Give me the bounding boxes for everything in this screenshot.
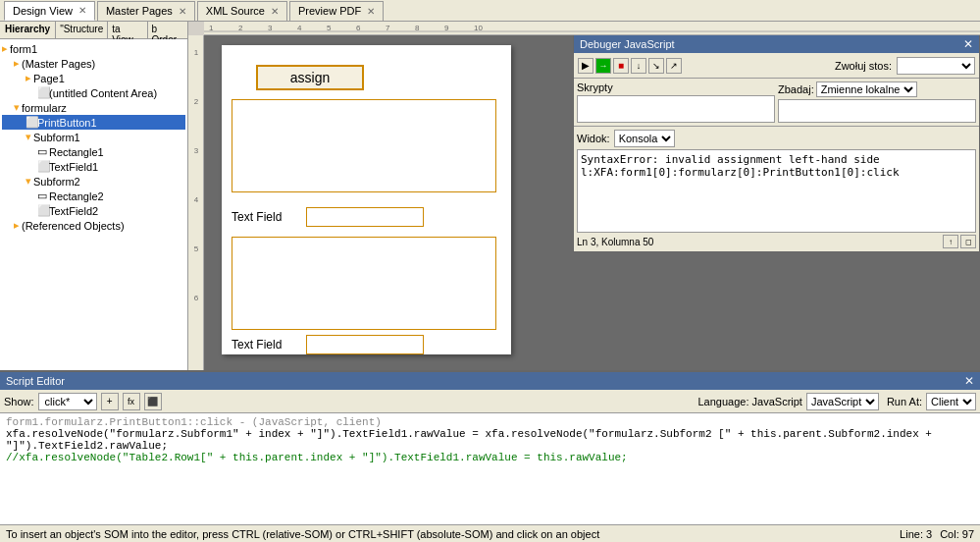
folder-icon-4: ▾ (14, 101, 20, 114)
svg-text:4: 4 (297, 24, 302, 32)
tree-label-rectangle2: Rectangle2 (49, 190, 104, 202)
tree-item-master-pages[interactable]: ▸ (Master Pages) (2, 56, 185, 71)
script-editor-panel: Script Editor ✕ Show: click* + fx ⬛ Lang… (0, 370, 980, 542)
console-view-select[interactable]: Konsola (614, 130, 675, 147)
folder-icon-3: ▸ (26, 72, 31, 84)
debug-into-btn[interactable]: ↓ (631, 58, 646, 74)
script-insert-btn[interactable]: ⬛ (144, 393, 162, 410)
tab-master-pages[interactable]: Master Pages ✕ (97, 1, 195, 21)
code-line-1: form1.formularz.PrintButton1::click - (J… (6, 416, 974, 428)
svg-text:2: 2 (194, 97, 199, 106)
ruler-svg: 1 2 3 4 5 6 7 8 9 10 (204, 22, 980, 35)
tab-design-view-label: Design View (13, 5, 73, 17)
console-icon-btn-1[interactable]: ↑ (943, 235, 958, 248)
panel-tab-hierarchy[interactable]: Hierarchy (0, 22, 56, 38)
tree-item-rectangle2[interactable]: ▭ Rectangle2 (2, 189, 185, 203)
tree-item-rectangle1[interactable]: ▭ Rectangle1 (2, 144, 185, 159)
watch-select[interactable]: Zmienne lokalne (816, 81, 917, 97)
assign-button[interactable]: assign (256, 65, 364, 90)
watch-label-row: Zbadaj: Zmienne lokalne (778, 81, 976, 97)
tree-item-page1[interactable]: ▸ Page1 (2, 71, 185, 85)
text-field-1-label: Text Field (232, 210, 300, 224)
script-add-btn[interactable]: + (101, 393, 119, 410)
tab-master-pages-label: Master Pages (106, 5, 173, 17)
watch-textarea[interactable] (778, 99, 976, 123)
language-select[interactable]: JavaScript (806, 393, 879, 410)
item-icon-5: ▭ (37, 190, 47, 202)
text-field-row-2: Text Field (232, 335, 424, 354)
folder-icon-5: ▾ (26, 131, 31, 143)
tree-item-form1[interactable]: ▸ form1 (2, 41, 185, 56)
tab-design-view[interactable]: Design View ✕ (4, 1, 95, 21)
svg-text:7: 7 (386, 24, 390, 32)
tab-preview-pdf-close[interactable]: ✕ (367, 6, 375, 17)
debugger-body: Skrypty Zbadaj: Zmienne lokalne (574, 79, 979, 127)
panel-tabs: Hierarchy "Structure ta View b Order (0, 22, 187, 39)
tree-label-master-pages: (Master Pages) (22, 58, 95, 70)
debugger-close-btn[interactable]: ✕ (963, 38, 973, 50)
svg-text:5: 5 (194, 244, 199, 253)
h-ruler: 1 2 3 4 5 6 7 8 9 10 (204, 22, 980, 35)
debug-play-btn[interactable]: ▶ (578, 58, 593, 74)
script-code-area: form1.formularz.PrintButton1::click - (J… (0, 413, 980, 524)
script-editor-close-btn[interactable]: ✕ (964, 374, 974, 388)
v-ruler: 1 2 3 4 5 6 (188, 35, 204, 370)
svg-text:10: 10 (474, 24, 483, 32)
script-fx-btn[interactable]: fx (123, 393, 140, 410)
item-icon-2: ⬜ (26, 116, 35, 129)
scripts-textarea[interactable] (577, 95, 775, 123)
item-icon-3: ▭ (37, 145, 47, 158)
call-stack-select[interactable] (897, 57, 975, 75)
tab-design-view-close[interactable]: ✕ (78, 5, 86, 16)
text-field-1-input[interactable] (306, 207, 424, 227)
tree-item-content-area[interactable]: ⬜ (untitled Content Area) (2, 85, 185, 100)
debug-stop-btn[interactable]: ■ (613, 58, 629, 74)
show-select[interactable]: click* (38, 393, 97, 410)
debugger-title-bar: Debuger JavaScript ✕ (574, 35, 979, 53)
tab-xml-source-close[interactable]: ✕ (271, 6, 279, 17)
script-statusbar: To insert an object's SOM into the edito… (0, 524, 980, 542)
tree-item-subform2[interactable]: ▾ Subform2 (2, 174, 185, 189)
panel-tab-ta-view[interactable]: ta View (108, 22, 147, 38)
tree-label-subform1: Subform1 (33, 132, 80, 143)
debug-out-btn[interactable]: ↗ (666, 58, 682, 74)
tree-label-form1: form1 (10, 43, 37, 55)
panel-tab-structure[interactable]: "Structure (56, 22, 108, 38)
tree-item-textfield1[interactable]: ⬜ TextField1 (2, 159, 185, 174)
item-icon-6: ⬜ (37, 204, 47, 217)
code-line-2: xfa.resolveNode("formularz.Subform1" + i… (6, 428, 974, 452)
tab-xml-source[interactable]: XML Source ✕ (197, 1, 287, 21)
tree-item-subform1[interactable]: ▾ Subform1 (2, 130, 185, 144)
hierarchy-tree: ▸ form1 ▸ (Master Pages) ▸ Page1 ⬜ (unti… (0, 39, 187, 370)
tree-label-content-area: (untitled Content Area) (49, 87, 157, 99)
debugger-panel: Debuger JavaScript ✕ ▶ → ■ ↓ ↘ ↗ Zwołuj … (573, 35, 980, 252)
assign-button-label: assign (290, 70, 330, 85)
script-col-info: Col: 97 (940, 528, 974, 540)
svg-text:6: 6 (194, 294, 199, 302)
script-editor-title-bar: Script Editor ✕ (0, 372, 980, 390)
panel-tab-order[interactable]: b Order (148, 22, 187, 38)
tree-item-referenced[interactable]: ▸ (Referenced Objects) (2, 218, 185, 233)
tree-item-formularz[interactable]: ▾ formularz (2, 100, 185, 115)
tree-item-textfield2[interactable]: ⬜ TextField2 (2, 203, 185, 218)
text-field-2-input[interactable] (306, 335, 424, 354)
tab-preview-pdf[interactable]: Preview PDF ✕ (289, 1, 384, 21)
top-form-box (232, 99, 496, 192)
console-icon-btn-2[interactable]: ◻ (960, 235, 976, 248)
script-line-info: Line: 3 (900, 528, 932, 540)
svg-text:1: 1 (194, 48, 199, 57)
run-at-select[interactable]: Client (926, 393, 976, 410)
tree-label-textfield1: TextField1 (49, 161, 98, 173)
tab-master-pages-close[interactable]: ✕ (179, 6, 186, 17)
console-header: Widok: Konsola (577, 130, 976, 147)
watch-label: Zbadaj: (778, 83, 814, 95)
top-tab-bar: Design View ✕ Master Pages ✕ XML Source … (0, 0, 980, 22)
debug-over-btn[interactable]: ↘ (648, 58, 664, 74)
tree-item-printbutton1[interactable]: ⬜ PrintButton1 (2, 115, 185, 130)
run-at-label: Run At: (887, 396, 922, 407)
tree-label-subform2: Subform2 (33, 176, 80, 188)
svg-text:1: 1 (209, 24, 214, 32)
script-code-display[interactable]: form1.formularz.PrintButton1::click - (J… (0, 413, 980, 524)
svg-text:8: 8 (415, 24, 420, 32)
debug-step-btn[interactable]: → (595, 58, 611, 74)
